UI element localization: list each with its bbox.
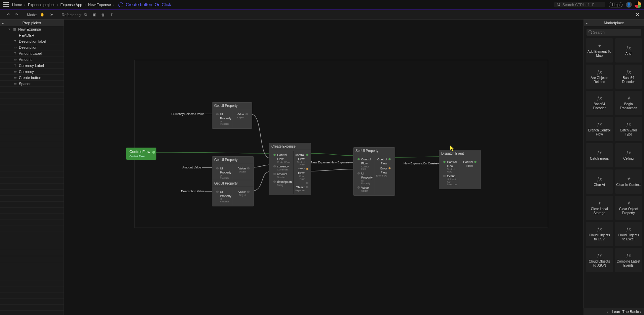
input-port[interactable]	[273, 165, 276, 167]
marketplace-tile[interactable]: ƒxBase64 Decoder	[615, 65, 642, 89]
breadcrumb-item[interactable]: Expense App	[61, 3, 82, 7]
marketplace-header[interactable]: ⌄ Marketplace	[584, 19, 644, 26]
chevron-down-icon[interactable]: ⌄	[585, 21, 588, 25]
marketplace-tile[interactable]: ƒxBranch Control Flow	[586, 117, 613, 141]
output-port[interactable]	[247, 167, 250, 169]
search-input[interactable]	[562, 3, 603, 7]
input-port-row[interactable]: currencyCurrencies	[272, 164, 292, 171]
input-port-row[interactable]: Control FlowControl Flow	[272, 153, 292, 163]
start-node-control-flow[interactable]: Control Flow Control Flow	[126, 148, 156, 160]
paste-icon[interactable]: ▣	[92, 12, 96, 17]
input-port[interactable]	[216, 167, 219, 169]
input-port[interactable]	[273, 181, 276, 183]
output-port[interactable]	[306, 154, 308, 156]
marketplace-tile[interactable]: ƒxCeiling	[615, 143, 642, 167]
prop-picker-header[interactable]: ⌄ Prop picker	[0, 19, 64, 26]
tree-item[interactable]: ▭Currency	[0, 69, 64, 75]
flow-canvas[interactable]: Control Flow Control Flow Currency.Selec…	[64, 19, 583, 315]
marketplace-tile[interactable]: ƒxCombine Latest Events	[615, 248, 642, 272]
learn-footer[interactable]: › Learn The Basics	[583, 308, 644, 315]
input-port[interactable]	[216, 113, 219, 115]
tree-item[interactable]: ▭Amount	[0, 56, 64, 63]
marketplace-tile[interactable]: ✦Clear Object Property	[615, 196, 642, 220]
delete-icon[interactable]: 🗑	[101, 13, 105, 17]
input-port[interactable]	[216, 191, 219, 193]
marketplace-tile[interactable]: ƒxCloud Objects to CSV	[586, 222, 613, 246]
breadcrumb-item[interactable]: Home	[12, 3, 22, 7]
output-port[interactable]	[306, 168, 308, 170]
node-get-ui-property[interactable]: Get UI Property UI PropertyUI Property V…	[212, 156, 254, 183]
marketplace-tile[interactable]: ƒxCatch Errors	[586, 143, 613, 167]
input-port-row[interactable]: EventUI Event For Selection	[442, 174, 458, 186]
node-create-expense[interactable]: Create Expense Control FlowControl Flowc…	[269, 143, 311, 195]
node-set-ui-property[interactable]: Set UI Property Control FlowControl Flow…	[353, 147, 395, 196]
node-get-ui-property[interactable]: Get UI Property UI PropertyUI Property V…	[212, 102, 252, 129]
redo-icon[interactable]: ↷	[15, 12, 18, 17]
pan-mode-icon[interactable]: ✋	[40, 12, 45, 17]
marketplace-tile[interactable]: ƒxCloud Objects To JSON	[586, 248, 613, 272]
marketplace-tile[interactable]: ✦Clear Local Storage	[586, 196, 613, 220]
undo-icon[interactable]: ↶	[7, 12, 10, 17]
output-port[interactable]	[245, 113, 248, 115]
close-icon[interactable]: ✕	[635, 11, 640, 18]
marketplace-tile[interactable]: ƒxCloud Objects to Excel	[615, 222, 642, 246]
input-port-row[interactable]: ValueObject	[356, 186, 373, 192]
output-port-row[interactable]: Error FlowError Flow	[295, 167, 310, 180]
output-port-row[interactable]: ObjectExpense	[295, 185, 310, 192]
tree-item[interactable]: ▭Create button	[0, 75, 64, 81]
marketplace-tile[interactable]: ƒxAnd	[615, 38, 642, 63]
input-port-row[interactable]: UI PropertyUI Property	[356, 171, 373, 185]
output-port[interactable]	[474, 161, 477, 163]
tree-item[interactable]: TAmount Label	[0, 50, 64, 56]
copy-icon[interactable]: ⧉	[84, 12, 87, 17]
output-port-row[interactable]	[295, 181, 310, 184]
marketplace-tile[interactable]: ✦Begin Transaction	[615, 91, 642, 115]
marketplace-tile[interactable]: ƒxBase64 Encoder	[586, 91, 613, 115]
input-port[interactable]	[443, 175, 446, 177]
marketplace-tile[interactable]: ✦Clear In Context	[615, 169, 642, 194]
tree-item[interactable]: ▭Description	[0, 44, 64, 50]
marketplace-tile[interactable]: ƒxCatch Error Type	[615, 117, 642, 141]
output-port-row[interactable]: Control Flow	[376, 157, 392, 165]
output-port[interactable]	[306, 186, 308, 188]
user-icon[interactable]: 👤	[626, 2, 632, 8]
output-port[interactable]	[306, 182, 308, 184]
marketplace-search[interactable]	[586, 29, 641, 36]
menu-icon[interactable]	[3, 2, 9, 7]
tree-item[interactable]: TDescription label	[0, 38, 64, 44]
marketplace-tile[interactable]: ƒxAre Objects Related	[586, 65, 613, 89]
global-search[interactable]	[554, 2, 605, 7]
node-get-ui-property[interactable]: Get UI Property UI PropertyUI Property V…	[212, 180, 254, 206]
select-mode-icon[interactable]: ➤	[50, 12, 53, 17]
breadcrumb-item[interactable]: Expense project	[28, 3, 54, 7]
output-port[interactable]	[388, 167, 391, 169]
chevron-down-icon[interactable]: ⌄	[1, 21, 4, 25]
input-port[interactable]	[357, 186, 360, 189]
marketplace-tile[interactable]: ✦Add Element To Map	[586, 38, 613, 63]
output-port[interactable]	[247, 191, 250, 193]
input-port[interactable]	[357, 172, 360, 174]
breadcrumb-item[interactable]: New Expense	[88, 3, 111, 7]
input-port[interactable]	[443, 161, 446, 163]
output-port-row[interactable]: Error FlowError Flow	[376, 166, 392, 177]
output-port-row[interactable]: Control FlowControl Flow	[295, 153, 310, 166]
output-port-row[interactable]: Control Flow	[461, 160, 478, 168]
help-button[interactable]: Help	[609, 2, 622, 7]
input-port[interactable]	[273, 154, 276, 156]
marketplace-search-input[interactable]	[593, 30, 639, 34]
tree-item[interactable]: HEADER	[0, 32, 64, 38]
marketplace-tile[interactable]: ƒxChar At	[586, 169, 613, 194]
tree-item[interactable]: TCurrency Label	[0, 63, 64, 69]
output-port[interactable]	[388, 158, 391, 160]
input-port-row[interactable]: Control FlowControl Flow	[356, 157, 373, 170]
app-logo-icon[interactable]	[635, 1, 641, 8]
node-dispatch-event[interactable]: Dispatch Event Control FlowControl FlowE…	[439, 150, 481, 189]
output-port[interactable]	[152, 151, 155, 154]
input-port-row[interactable]: Control FlowControl Flow	[442, 160, 458, 173]
tree-item[interactable]: ▭Spacer	[0, 81, 64, 87]
input-port[interactable]	[273, 173, 276, 175]
tree-root[interactable]: ▾ ▦ New Expense	[0, 26, 64, 32]
input-port-row[interactable]: amountNumber	[272, 172, 292, 179]
input-port[interactable]	[357, 158, 360, 160]
export-icon[interactable]: ⇪	[110, 12, 113, 17]
